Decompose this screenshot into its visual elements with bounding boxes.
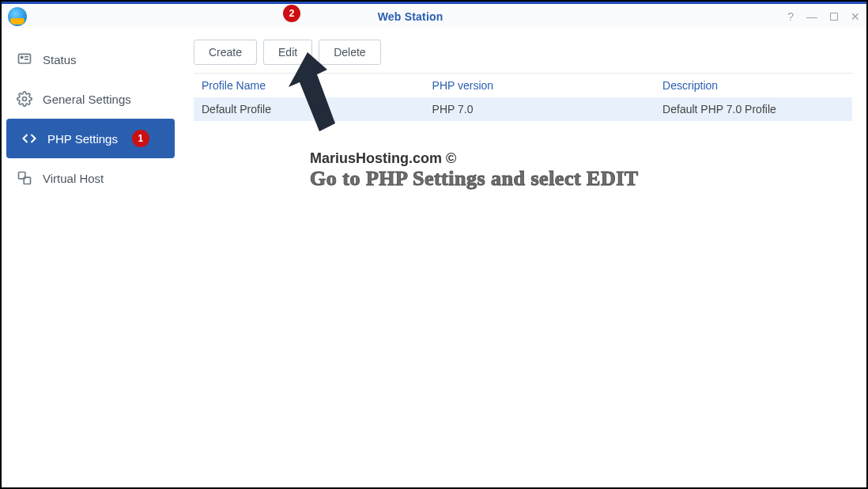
col-header-php-version[interactable]: PHP version (425, 74, 655, 97)
toolbar: Create Edit Delete (194, 40, 852, 65)
status-icon (16, 51, 33, 68)
maximize-icon[interactable] (830, 11, 838, 22)
sidebar: Status General Settings (2, 28, 179, 487)
sidebar-item-label: General Settings (43, 93, 131, 106)
window-controls: ? — ✕ (787, 11, 860, 22)
main-panel: Create Edit Delete Profile Name PHP vers… (179, 28, 866, 487)
help-icon[interactable]: ? (787, 11, 794, 22)
close-icon[interactable]: ✕ (851, 11, 860, 22)
sidebar-item-label: Status (43, 53, 77, 66)
virtual-host-icon (16, 169, 33, 187)
col-header-description[interactable]: Description (655, 74, 852, 97)
svg-point-4 (23, 97, 27, 101)
window-title: Web Station (33, 10, 787, 23)
table-row[interactable]: Default Profile PHP 7.0 Default PHP 7.0 … (194, 97, 852, 121)
titlebar: Web Station ? — ✕ (2, 2, 866, 28)
cell-php-version: PHP 7.0 (425, 97, 655, 121)
profiles-table: Profile Name PHP version Description Def… (194, 73, 852, 121)
app-icon (8, 7, 27, 26)
delete-button[interactable]: Delete (319, 40, 380, 65)
create-button[interactable]: Create (194, 40, 257, 65)
cell-description: Default PHP 7.0 Profile (655, 97, 852, 121)
sidebar-item-general-settings[interactable]: General Settings (2, 79, 179, 119)
sidebar-item-php-settings[interactable]: PHP Settings 1 (6, 119, 175, 158)
sidebar-item-label: Virtual Host (43, 172, 104, 185)
sidebar-item-virtual-host[interactable]: Virtual Host (2, 158, 179, 198)
annotation-badge-2: 2 (283, 5, 300, 22)
edit-button[interactable]: Edit (263, 40, 312, 65)
svg-point-1 (21, 56, 23, 59)
sidebar-item-label: PHP Settings (47, 132, 118, 146)
code-icon (21, 130, 38, 147)
minimize-icon[interactable]: — (806, 11, 817, 22)
gear-icon (16, 90, 33, 108)
cell-profile-name: Default Profile (194, 97, 425, 121)
sidebar-item-status[interactable]: Status (2, 40, 179, 79)
table-header-row: Profile Name PHP version Description (194, 74, 852, 97)
col-header-profile-name[interactable]: Profile Name (194, 74, 425, 97)
annotation-badge-1: 1 (132, 130, 149, 147)
